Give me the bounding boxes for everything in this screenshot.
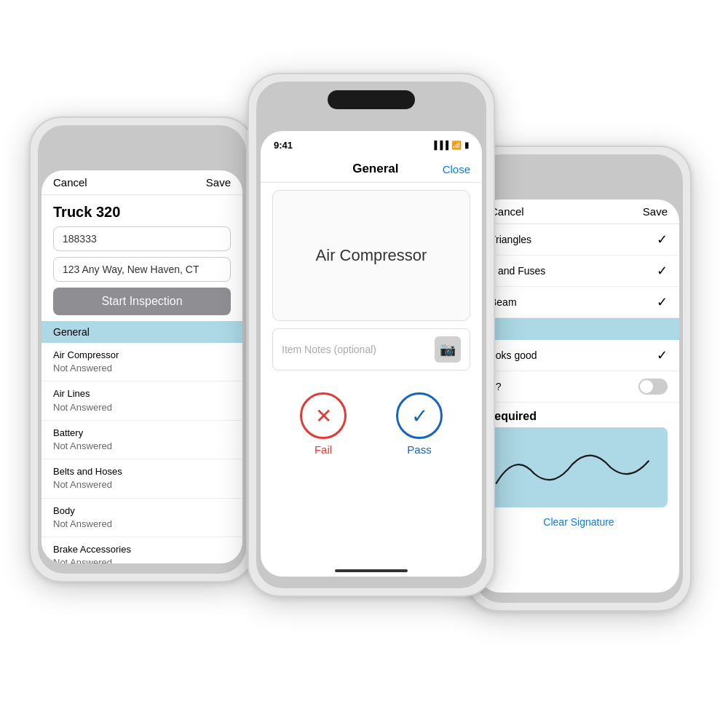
pass-label: Pass: [407, 443, 431, 456]
phone-left-screen: Cancel Save Truck 320 188333 123 Any Way…: [41, 170, 242, 563]
signature-area[interactable]: [490, 427, 668, 507]
right-section-header: [478, 318, 679, 340]
notes-input[interactable]: Item Notes (optional): [282, 344, 429, 355]
list-item[interactable]: Beam ✓: [478, 287, 679, 318]
phone-left-navbar: Cancel Save: [41, 170, 242, 195]
item-name: ooks good: [490, 349, 537, 361]
start-inspection-button[interactable]: Start Inspection: [53, 288, 231, 315]
home-indicator: [335, 569, 408, 572]
cancel-button[interactable]: Cancel: [490, 205, 524, 218]
item-status: Not Answered: [53, 556, 231, 563]
item-name: Air Lines: [53, 387, 231, 400]
fail-action: ✕ Fail: [300, 392, 347, 456]
truck-id-field[interactable]: 188333: [53, 226, 231, 251]
phone-center-navbar: General Close: [261, 156, 482, 183]
toggle-switch[interactable]: [638, 379, 668, 395]
item-status: Not Answered: [53, 401, 231, 414]
notch: [328, 90, 415, 109]
fail-label: Fail: [314, 443, 332, 456]
scene: Cancel Save Truck 320 188333 123 Any Way…: [15, 29, 713, 699]
signal-icon: ▐▐▐: [432, 141, 448, 149]
list-item[interactable]: Belts and Hoses Not Answered: [41, 459, 242, 498]
check-icon: ✓: [657, 347, 668, 363]
check-icon: ✓: [657, 263, 668, 279]
phone-center-screen: 9:41 ▐▐▐ 📶 ▮ General Close Air Compresso…: [261, 131, 482, 577]
item-name: Body: [53, 505, 231, 518]
signature-drawing: [490, 427, 668, 507]
fail-icon: ✕: [315, 404, 332, 428]
close-button[interactable]: Close: [443, 163, 470, 175]
nav-title: General: [352, 162, 398, 176]
item-status: Not Answered: [53, 440, 231, 453]
toggle-row[interactable]: e?: [478, 371, 679, 403]
list-item[interactable]: ooks good ✓: [478, 340, 679, 371]
camera-button[interactable]: 📷: [435, 336, 461, 363]
phone-left-content: Truck 320 188333 123 Any Way, New Haven,…: [41, 195, 242, 563]
list-item[interactable]: Body Not Answered: [41, 499, 242, 537]
general-section-header[interactable]: General: [41, 321, 242, 343]
truck-address-field[interactable]: 123 Any Way, New Haven, CT: [53, 257, 231, 282]
check-icon: ✓: [657, 232, 668, 248]
phone-right-screen: Cancel Save Triangles ✓ s and Fuses ✓ Be…: [478, 199, 679, 593]
notes-row: Item Notes (optional) 📷: [272, 328, 470, 371]
signature-section: required Clear Signature: [478, 403, 679, 535]
item-name: Brake Accessories: [53, 543, 231, 556]
list-item[interactable]: Air Lines Not Answered: [41, 381, 242, 420]
item-status: Not Answered: [53, 362, 231, 375]
cancel-button[interactable]: Cancel: [53, 176, 87, 189]
battery-icon: ▮: [464, 141, 469, 150]
item-name: Battery: [53, 427, 231, 440]
camera-icon: 📷: [440, 341, 456, 357]
list-item[interactable]: Brake Accessories Not Answered: [41, 537, 242, 563]
item-name: Triangles: [490, 234, 531, 245]
status-icons: ▐▐▐ 📶 ▮: [432, 141, 469, 150]
item-name: Air Compressor: [53, 349, 231, 362]
status-bar: 9:41 ▐▐▐ 📶 ▮: [261, 131, 482, 156]
save-button[interactable]: Save: [206, 176, 231, 189]
pass-icon: ✓: [411, 404, 428, 428]
item-status: Not Answered: [53, 478, 231, 491]
fail-button[interactable]: ✕: [300, 392, 347, 439]
action-buttons: ✕ Fail ✓ Pass: [261, 371, 482, 463]
item-image-label: Air Compressor: [316, 246, 427, 265]
phone-left: Cancel Save Truck 320 188333 123 Any Way…: [29, 116, 255, 582]
item-status: Not Answered: [53, 518, 231, 531]
phone-center: 9:41 ▐▐▐ 📶 ▮ General Close Air Compresso…: [248, 73, 495, 597]
check-icon: ✓: [657, 294, 668, 310]
truck-title: Truck 320: [53, 204, 231, 221]
item-image-area: Air Compressor: [272, 190, 470, 321]
list-item[interactable]: Battery Not Answered: [41, 421, 242, 459]
clear-signature-button[interactable]: Clear Signature: [490, 513, 668, 531]
list-item[interactable]: Triangles ✓: [478, 224, 679, 256]
signature-label: required: [490, 410, 668, 423]
list-item[interactable]: s and Fuses ✓: [478, 256, 679, 287]
pass-action: ✓ Pass: [396, 392, 443, 456]
pass-button[interactable]: ✓: [396, 392, 443, 439]
status-time: 9:41: [274, 140, 293, 151]
wifi-icon: 📶: [451, 141, 462, 150]
item-name: s and Fuses: [490, 265, 545, 277]
list-item[interactable]: Air Compressor Not Answered: [41, 343, 242, 381]
phone-right: Cancel Save Triangles ✓ s and Fuses ✓ Be…: [466, 146, 692, 612]
save-button[interactable]: Save: [643, 205, 668, 218]
phone-right-navbar: Cancel Save: [478, 199, 679, 224]
item-name: Belts and Hoses: [53, 465, 231, 478]
